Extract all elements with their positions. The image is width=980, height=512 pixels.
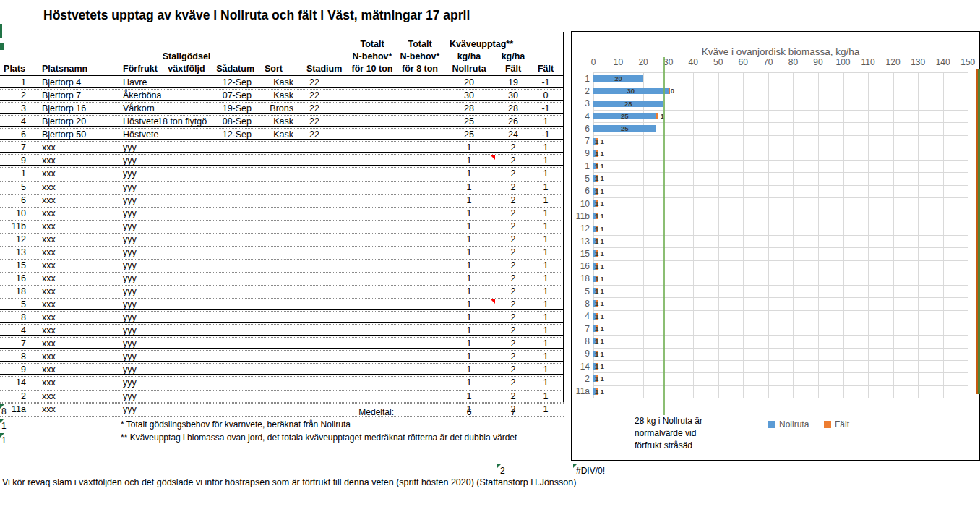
cell-n10[interactable] <box>348 116 396 128</box>
table-row[interactable]: 4Bjertorp 20Höstvete18 ton flytgö08-SepK… <box>0 116 564 129</box>
table-row[interactable]: 9xxxyyy121 <box>0 155 564 168</box>
cell-vaxtfoljd[interactable] <box>158 221 215 233</box>
cell-stadium[interactable] <box>309 391 345 403</box>
cell-falt[interactable]: 26 <box>496 116 530 128</box>
table-row[interactable]: 4xxxyyy121 <box>0 325 564 338</box>
cell-sadatum[interactable] <box>214 404 252 416</box>
cell-plats[interactable]: 4 <box>0 116 32 128</box>
cell-sort[interactable] <box>256 299 293 311</box>
cell-diff[interactable]: 1 <box>530 338 561 350</box>
cell-diff[interactable]: 1 <box>530 351 561 363</box>
cell-diff[interactable]: 1 <box>530 195 561 207</box>
stray-cell[interactable]: 1 <box>1 421 7 431</box>
cell-stadium[interactable] <box>309 168 345 180</box>
cell-diff[interactable]: 1 <box>530 168 561 180</box>
cell-falt[interactable]: 2 <box>496 299 530 311</box>
table-row[interactable]: 16xxxyyy121 <box>0 273 564 286</box>
cell-vaxtfoljd[interactable] <box>158 195 215 207</box>
cell-vaxtfoljd[interactable]: 18 ton flytgö <box>158 116 215 128</box>
cell-plats[interactable]: 15 <box>0 260 32 272</box>
table-row[interactable]: 6xxxyyy121 <box>0 195 564 208</box>
cell-plats[interactable]: 2 <box>0 391 32 403</box>
cell-plats[interactable]: 3 <box>0 103 32 115</box>
cell-n8[interactable] <box>396 77 444 89</box>
cell-sort[interactable] <box>256 234 293 246</box>
cell-sort[interactable]: Kask <box>256 77 293 89</box>
cell-nollruta[interactable]: 20 <box>442 77 496 89</box>
cell-stadium[interactable] <box>309 208 345 220</box>
table-row[interactable]: 9xxxyyy121 <box>0 364 564 377</box>
cell-falt[interactable]: 2 <box>496 260 530 272</box>
cell-sort[interactable] <box>256 391 293 403</box>
cell-sadatum[interactable] <box>214 208 252 220</box>
cell-sadatum[interactable]: 07-Sep <box>214 90 252 102</box>
cell-stadium[interactable] <box>309 155 345 167</box>
cell-falt[interactable]: 2 <box>496 221 530 233</box>
medeltal-label[interactable]: Medeltal: <box>289 407 394 417</box>
cell-falt[interactable]: 2 <box>496 351 530 363</box>
cell-plats[interactable]: 5 <box>0 182 32 194</box>
cell-falt[interactable]: 19 <box>496 77 530 89</box>
cell-platsnamn[interactable]: xxx <box>42 155 123 167</box>
cell-plats[interactable]: 13 <box>0 247 32 259</box>
div0-error-cell[interactable]: #DIV/0! <box>576 466 605 476</box>
cell-vaxtfoljd[interactable] <box>158 325 215 337</box>
cell-sort[interactable]: Kask <box>256 129 293 141</box>
cell-diff[interactable]: 1 <box>530 208 561 220</box>
table-row[interactable]: 12xxxyyy121 <box>0 234 564 247</box>
cell-n10[interactable] <box>348 247 396 259</box>
cell-sort[interactable]: Kask <box>256 90 293 102</box>
cell-diff[interactable]: -1 <box>530 77 561 89</box>
cell-n8[interactable] <box>396 103 444 115</box>
cell-sadatum[interactable] <box>214 273 252 285</box>
cell-n8[interactable] <box>396 234 444 246</box>
cell-diff[interactable]: 1 <box>530 221 561 233</box>
cell-stadium[interactable] <box>309 351 345 363</box>
cell-diff[interactable]: 1 <box>530 404 561 416</box>
cell-vaxtfoljd[interactable] <box>158 404 215 416</box>
cell-platsnamn[interactable]: xxx <box>42 364 123 376</box>
cell-vaxtfoljd[interactable] <box>158 103 215 115</box>
table-row[interactable]: 7xxxyyy121 <box>0 142 564 155</box>
cell-vaxtfoljd[interactable] <box>158 286 215 298</box>
cell-diff[interactable]: 1 <box>530 273 561 285</box>
cell-nollruta[interactable]: 1 <box>442 208 496 220</box>
cell-diff[interactable]: 1 <box>530 247 561 259</box>
cell-plats[interactable]: 16 <box>0 273 32 285</box>
cell-platsnamn[interactable]: xxx <box>42 247 123 259</box>
cell-n8[interactable] <box>396 351 444 363</box>
cell-sort[interactable] <box>256 155 293 167</box>
cell-n8[interactable] <box>396 155 444 167</box>
cell-n10[interactable] <box>348 142 396 154</box>
cell-stadium[interactable] <box>309 338 345 350</box>
cell-n8[interactable] <box>396 404 444 416</box>
cell-n10[interactable] <box>348 325 396 337</box>
cell-platsnamn[interactable]: xxx <box>42 312 123 324</box>
cell-platsnamn[interactable]: xxx <box>42 338 123 350</box>
cell-plats[interactable]: 7 <box>0 338 32 350</box>
cell-nollruta[interactable]: 1 <box>442 364 496 376</box>
cell-platsnamn[interactable]: Bjertorp 20 <box>42 116 123 128</box>
cell-plats[interactable]: 2 <box>0 90 32 102</box>
table-row[interactable]: 1Bjertorp 4Havre12-SepKask222019-1 <box>0 77 564 90</box>
legend-nollruta[interactable]: Nollruta <box>768 419 809 430</box>
medeltal-nollruta[interactable]: 6 <box>442 407 496 417</box>
cell-platsnamn[interactable]: xxx <box>42 208 123 220</box>
cell-nollruta[interactable]: 1 <box>442 338 496 350</box>
cell-nollruta[interactable]: 1 <box>442 155 496 167</box>
cell-n8[interactable] <box>396 391 444 403</box>
cell-plats[interactable]: 10 <box>0 208 32 220</box>
table-row[interactable]: 2xxxyyy121 <box>0 391 564 404</box>
cell-n8[interactable] <box>396 182 444 194</box>
cell-diff[interactable]: 1 <box>530 364 561 376</box>
cell-vaxtfoljd[interactable] <box>158 142 215 154</box>
cell-nollruta[interactable]: 28 <box>442 103 496 115</box>
cell-falt[interactable]: 2 <box>496 195 530 207</box>
cell-diff[interactable]: 1 <box>530 182 561 194</box>
cell-stadium[interactable]: 22 <box>309 116 345 128</box>
cell-n8[interactable] <box>396 377 444 389</box>
cell-nollruta[interactable]: 30 <box>442 90 496 102</box>
cell-sort[interactable] <box>256 273 293 285</box>
cell-sadatum[interactable] <box>214 391 252 403</box>
cell-n8[interactable] <box>396 208 444 220</box>
